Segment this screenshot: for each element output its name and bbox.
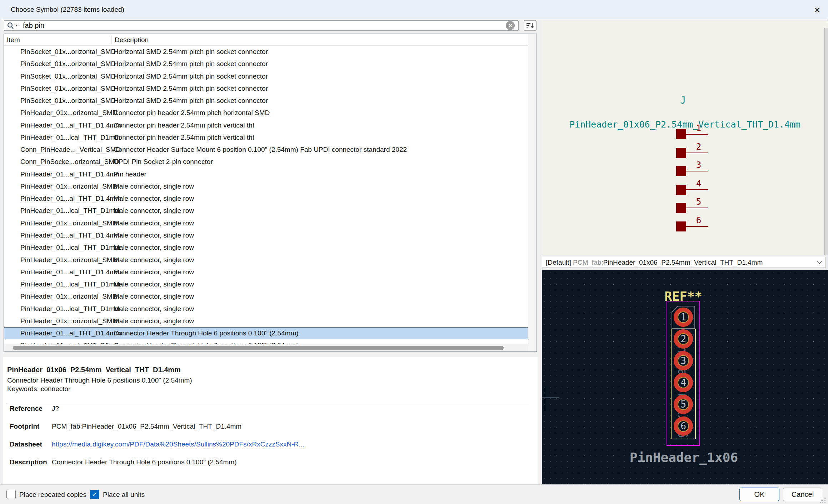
- symbol-row[interactable]: PinHeader_01...ical_THT_D1mmMale connect…: [4, 241, 537, 254]
- pin-number: 5: [688, 197, 709, 207]
- symbol-row[interactable]: PinSocket_01x...orizontal_SMDHorizontal …: [4, 58, 537, 70]
- symbol-row[interactable]: PinHeader_01...al_THT_D1.4mmMale connect…: [4, 266, 537, 278]
- symbol-row[interactable]: PinHeader_01...al_THT_D1.4mmConnector pi…: [4, 119, 537, 131]
- search-input[interactable]: fab pin ✕: [4, 20, 519, 31]
- pin-square: [676, 129, 686, 139]
- pin-square: [676, 148, 686, 158]
- pin-line: [686, 189, 708, 190]
- symbol-rows: PinSocket_01x...orizontal_SMDHorizontal …: [4, 46, 537, 352]
- symbol-row[interactable]: PinHeader_01x...orizontal_SMDMale connec…: [4, 180, 537, 193]
- pin-square: [676, 185, 686, 195]
- horizontal-scrollbar[interactable]: [4, 344, 528, 352]
- symbol-description: Connector Header Through Hole 6 position…: [7, 376, 192, 384]
- description-value: Connector Header Through Hole 6 position…: [52, 458, 237, 466]
- symbol-reference-text: J: [669, 95, 697, 106]
- pad-5: 5: [674, 395, 693, 414]
- pin-line: [686, 134, 708, 135]
- column-divider[interactable]: [111, 35, 111, 44]
- footprint-name: PinHeader_01x06_P2.54mm_Vertical_THT_D1.…: [603, 259, 763, 266]
- pin-square: [676, 166, 686, 176]
- datasheet-label: Datasheet: [10, 440, 42, 448]
- place-all-units-checkbox[interactable]: ✓: [90, 490, 99, 499]
- pin-line: [686, 226, 708, 227]
- symbol-row[interactable]: PinHeader_01...al_THT_D1.4mmPin header: [4, 168, 537, 180]
- clear-search-icon[interactable]: ✕: [506, 21, 515, 30]
- pin-square: [676, 203, 686, 213]
- pin-number: 3: [688, 160, 709, 170]
- symbol-row[interactable]: PinHeader_01x...orizontal_SMDConnector p…: [4, 107, 537, 119]
- dialog-title: Choose Symbol (22783 items loaded): [11, 0, 124, 19]
- list-header: Item Description: [4, 34, 537, 46]
- title-bar: Choose Symbol (22783 items loaded) ✕: [0, 0, 828, 19]
- search-value: fab pin: [23, 21, 44, 30]
- choose-symbol-dialog: Choose Symbol (22783 items loaded) ✕ fab…: [0, 0, 828, 504]
- sort-filter-button[interactable]: [524, 20, 537, 31]
- pad-2: 2: [674, 329, 693, 349]
- symbol-row[interactable]: PinSocket_01x...orizontal_SMDHorizontal …: [4, 46, 537, 58]
- pin-square: [676, 221, 686, 231]
- chevron-down-icon: [817, 261, 822, 264]
- place-repeated-copies-checkbox[interactable]: [6, 490, 16, 499]
- ok-button[interactable]: OK: [739, 488, 779, 501]
- symbol-row[interactable]: PinHeader_01...ical_THT_D1mmMale connect…: [4, 303, 537, 315]
- symbol-row[interactable]: PinHeader_01x...orizontal_SMDMale connec…: [4, 290, 537, 303]
- symbol-row[interactable]: PinHeader_01...ical_THT_D1mmConnector pi…: [4, 131, 537, 144]
- footprint-label: Footprint: [10, 423, 39, 430]
- symbol-list: Item Description PinSocket_01x...orizont…: [4, 34, 537, 352]
- footprint-name-text: PinHeader_1x06: [542, 450, 826, 465]
- pad-6: 6: [674, 416, 693, 436]
- datasheet-link[interactable]: https://media.digikey.com/PDF/Data%20She…: [52, 440, 304, 448]
- symbol-row[interactable]: PinSocket_01x...orizontal_SMDHorizontal …: [4, 95, 537, 107]
- column-header-description[interactable]: Description: [115, 34, 149, 46]
- footprint-select-dropdown[interactable]: [Default] PCM_fab:PinHeader_01x06_P2.54m…: [542, 257, 826, 268]
- pad-1: 1: [674, 308, 693, 327]
- symbol-row[interactable]: PinHeader_01...al_THT_D1.4mmMale connect…: [4, 193, 537, 205]
- footprint-value: PCM_fab:PinHeader_01x06_P2.54mm_Vertical…: [52, 423, 241, 430]
- sort-filter-icon: [524, 21, 536, 30]
- cancel-button[interactable]: Cancel: [783, 488, 822, 501]
- pad-4: 4: [674, 373, 693, 392]
- symbol-preview-scrollbar[interactable]: [824, 28, 828, 255]
- pad-3: 3: [674, 351, 693, 370]
- pin-number: 2: [688, 142, 709, 152]
- footprint-select-value: [Default] PCM_fab:PinHeader_01x06_P2.54m…: [546, 257, 763, 268]
- symbol-row[interactable]: PinHeader_01x...orizontal_SMDMale connec…: [4, 254, 537, 266]
- symbol-row[interactable]: PinHeader_01...al_THT_D1.4mmMale connect…: [4, 229, 537, 241]
- search-icon: [7, 22, 19, 29]
- symbol-value-text: PinHeader_01x06_P2.54mm_Vertical_THT_D1.…: [542, 119, 828, 130]
- place-repeated-copies-label[interactable]: Place repeated copies: [19, 485, 86, 504]
- horizontal-scrollbar-thumb[interactable]: [13, 346, 504, 350]
- symbol-row[interactable]: PinHeader_01x...orizontal_SMDMale connec…: [4, 217, 537, 229]
- symbol-row[interactable]: PinHeader_01...ical_THT_D1mmMale connect…: [4, 205, 537, 217]
- pin-number: 4: [688, 179, 709, 189]
- column-header-item[interactable]: Item: [7, 34, 20, 46]
- pin-line: [686, 171, 708, 171]
- symbol-row[interactable]: Conn_PinHeade..._Vertical_SMDConnector H…: [4, 144, 537, 156]
- symbol-row[interactable]: PinSocket_01x...orizontal_SMDHorizontal …: [4, 83, 537, 95]
- pin-number: 1: [688, 123, 709, 133]
- symbol-preview-canvas[interactable]: J PinHeader_01x06_P2.54mm_Vertical_THT_D…: [542, 21, 828, 255]
- symbol-row-selected[interactable]: PinHeader_01...al_THT_D1.4mmConnector He…: [4, 327, 537, 339]
- symbol-row[interactable]: Conn_PinSocke...orizontal_SMDUPDI Pin So…: [4, 156, 537, 168]
- place-all-units-label[interactable]: Place all units: [103, 485, 145, 504]
- reference-value: J?: [52, 405, 59, 413]
- reference-label: Reference: [10, 405, 43, 413]
- footprint-preview-canvas[interactable]: PinHeader_1x06 1 2 3 4 5 6 REF** PinHead…: [542, 270, 828, 484]
- close-icon[interactable]: ✕: [810, 5, 824, 16]
- symbol-row[interactable]: PinHeader_01...ical_THT_D1mmMale connect…: [4, 278, 537, 290]
- library-prefix: PCM_fab:: [573, 259, 603, 266]
- details-divider: [7, 403, 529, 403]
- footprint-reference-text: REF**: [648, 289, 719, 304]
- vertical-scrollbar[interactable]: [528, 34, 537, 351]
- resize-grip[interactable]: [820, 498, 826, 503]
- pin-number: 6: [688, 215, 709, 225]
- symbol-row[interactable]: PinHeader_01x...orizontal_SMDMale connec…: [4, 315, 537, 327]
- dialog-footer: Place repeated copies ✓ Place all units …: [0, 484, 828, 504]
- symbol-name: PinHeader_01x06_P2.54mm_Vertical_THT_D1.…: [7, 366, 181, 374]
- symbol-details-pane: PinHeader_01x06_P2.54mm_Vertical_THT_D1.…: [3, 357, 538, 484]
- pin-line: [686, 153, 708, 153]
- default-tag: [Default]: [546, 259, 573, 266]
- symbol-keywords: Keywords: connector: [7, 385, 70, 393]
- symbol-row[interactable]: PinSocket_01x...orizontal_SMDHorizontal …: [4, 70, 537, 83]
- description-label: Description: [10, 458, 47, 466]
